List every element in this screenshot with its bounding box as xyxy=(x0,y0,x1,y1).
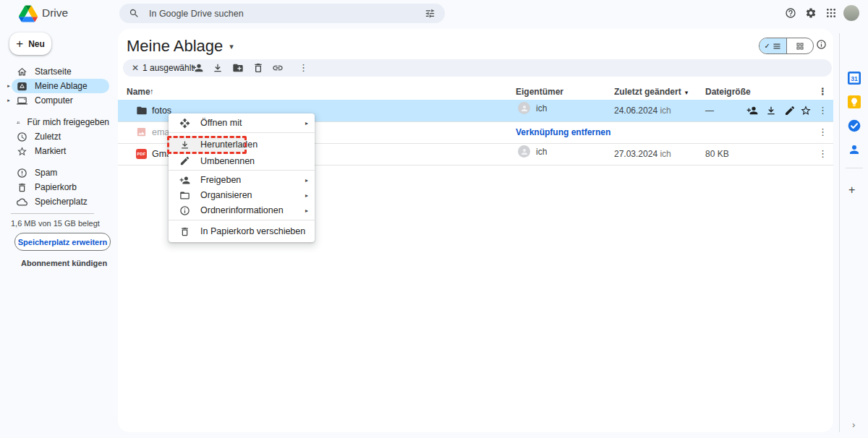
add-panel-app-icon[interactable]: + xyxy=(848,184,855,197)
info-icon xyxy=(179,205,190,216)
row-more-icon[interactable]: ⋮ xyxy=(818,148,825,160)
menu-item-rename[interactable]: Umbenennen xyxy=(169,153,315,168)
list-view-icon xyxy=(773,42,781,51)
sidebar-divider xyxy=(11,213,94,214)
view-toggle: ✓ xyxy=(759,38,814,54)
rename-icon[interactable] xyxy=(784,105,796,116)
folder-icon xyxy=(136,105,148,116)
keep-icon[interactable] xyxy=(848,95,861,108)
account-avatar[interactable] xyxy=(843,5,859,21)
help-icon[interactable] xyxy=(785,7,796,19)
storage-usage-text: 1,6 MB von 15 GB belegt xyxy=(11,219,100,228)
plus-icon: + xyxy=(16,38,23,50)
selected-count: 1 ausgewählt xyxy=(142,63,194,73)
close-icon[interactable]: ✕ xyxy=(132,62,139,74)
clock-icon xyxy=(17,132,27,142)
pdf-icon: PDF xyxy=(136,149,147,159)
sidebar-item-computer[interactable]: Computer xyxy=(12,93,109,108)
trash-icon xyxy=(17,182,27,193)
app-title: Drive xyxy=(42,7,68,20)
menu-divider xyxy=(169,220,315,220)
selection-toolbar: ✕ 1 ausgewählt ⋮ xyxy=(123,59,832,77)
download-icon xyxy=(179,139,190,150)
search-icon xyxy=(129,8,140,19)
submenu-arrow-icon: ▸ xyxy=(305,177,308,184)
image-shortcut-icon xyxy=(136,126,147,137)
header-more-icon[interactable]: ⋮ xyxy=(818,86,825,98)
caret-down-icon: ▾ xyxy=(685,89,689,96)
spam-icon xyxy=(17,168,27,179)
download-icon[interactable] xyxy=(765,105,777,116)
sidebar-item-recent[interactable]: Zuletzt xyxy=(12,129,109,144)
grid-view-button[interactable] xyxy=(786,38,814,53)
column-owner[interactable]: Eigentümer xyxy=(516,87,563,97)
sidebar-item-startseite[interactable]: Startseite xyxy=(12,64,109,79)
submenu-arrow-icon: ▸ xyxy=(305,192,308,199)
menu-item-move-to-trash[interactable]: In Papierkorb verschieben xyxy=(169,223,315,239)
row-more-icon[interactable]: ⋮ xyxy=(818,105,825,116)
sort-ascending-icon[interactable]: ↑ xyxy=(150,87,154,95)
gear-icon[interactable] xyxy=(805,7,817,19)
expand-storage-button[interactable]: Speicherplatz erweitern xyxy=(14,233,111,251)
star-icon xyxy=(17,146,27,157)
file-size: 80 KB xyxy=(705,149,729,159)
page-title[interactable]: Meine Ablage ▾ xyxy=(127,37,234,56)
sidebar-item-trash[interactable]: Papierkorb xyxy=(12,180,109,194)
share-icon[interactable] xyxy=(746,105,758,116)
more-options-icon[interactable]: ⋮ xyxy=(299,62,306,74)
tasks-icon[interactable] xyxy=(848,119,861,132)
menu-item-download[interactable]: Herunterladen xyxy=(169,136,315,153)
row-more-icon[interactable]: ⋮ xyxy=(818,126,825,138)
share-icon[interactable] xyxy=(192,62,203,74)
remove-shortcut-link[interactable]: Verknüpfung entfernen xyxy=(516,127,610,137)
computer-icon xyxy=(17,95,27,106)
expand-arrow-icon[interactable]: ▸ xyxy=(6,83,12,89)
owner-avatar xyxy=(518,102,530,114)
chevron-right-icon[interactable]: › xyxy=(852,419,855,430)
move-to-folder-icon[interactable] xyxy=(232,62,244,74)
home-icon xyxy=(17,66,27,77)
menu-item-organize[interactable]: Organisieren ▸ xyxy=(169,188,315,202)
search-filter-icon[interactable] xyxy=(425,8,435,19)
link-icon[interactable] xyxy=(272,62,284,74)
rename-icon xyxy=(179,155,190,166)
expand-arrow-icon[interactable]: ▸ xyxy=(6,98,12,103)
check-icon: ✓ xyxy=(765,42,770,50)
trash-icon[interactable] xyxy=(252,62,264,74)
context-menu: Öffnen mit ▸ Herunterladen Umbenennen Fr… xyxy=(169,113,315,242)
search-bar[interactable]: In Google Drive suchen xyxy=(119,4,445,23)
sidebar-item-meine-ablage[interactable]: Meine Ablage xyxy=(12,79,109,93)
list-view-button[interactable]: ✓ xyxy=(760,38,786,53)
menu-item-folder-info[interactable]: Ordnerinformationen ▸ xyxy=(169,203,315,218)
organize-folder-icon xyxy=(179,190,190,201)
new-button[interactable]: + Neu xyxy=(9,33,51,55)
apps-grid-icon[interactable] xyxy=(825,7,837,19)
grid-view-icon xyxy=(796,42,804,51)
drive-logo-icon xyxy=(19,5,38,22)
column-name[interactable]: Name xyxy=(127,87,150,97)
sidebar-item-spam[interactable]: Spam xyxy=(12,166,109,180)
share-icon xyxy=(179,175,190,186)
star-icon[interactable] xyxy=(800,105,812,116)
search-placeholder: In Google Drive suchen xyxy=(149,9,425,19)
sidebar-item-shared[interactable]: Für mich freigegeben xyxy=(12,115,109,129)
submenu-arrow-icon: ▸ xyxy=(305,120,308,126)
my-drive-icon xyxy=(17,81,27,92)
column-modified[interactable]: Zuletzt geändert▾ xyxy=(614,87,688,97)
contacts-icon[interactable] xyxy=(848,143,861,156)
menu-item-open-with[interactable]: Öffnen mit ▸ xyxy=(169,116,315,130)
cancel-subscription-link[interactable]: Abonnement kündigen xyxy=(21,259,107,267)
sidebar-item-storage[interactable]: Speicherplatz xyxy=(12,194,109,209)
details-info-icon[interactable] xyxy=(816,39,827,50)
submenu-arrow-icon: ▸ xyxy=(305,207,308,214)
table-header: Name ↑ Eigentümer Zuletzt geändert▾ Date… xyxy=(118,85,833,100)
calendar-icon[interactable]: 31 xyxy=(848,72,861,85)
download-icon[interactable] xyxy=(212,62,224,74)
trash-icon xyxy=(179,226,190,237)
column-size[interactable]: Dateigröße xyxy=(705,87,751,97)
owner-avatar xyxy=(518,145,530,158)
menu-item-share[interactable]: Freigeben ▸ xyxy=(169,173,315,187)
menu-divider xyxy=(169,132,315,133)
people-icon xyxy=(17,117,20,128)
sidebar-item-starred[interactable]: Markiert xyxy=(12,144,109,158)
